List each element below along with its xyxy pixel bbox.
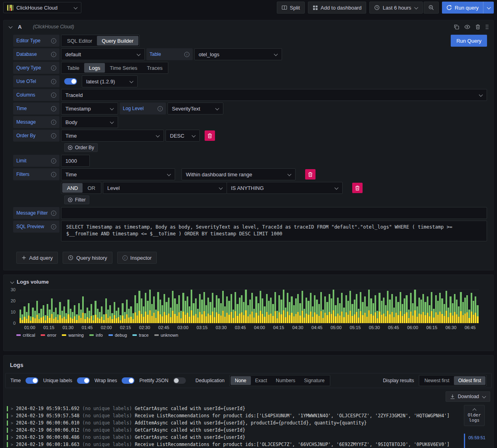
table-select[interactable]: otel_logs — [194, 48, 282, 60]
otel-version-select[interactable]: latest (1.2.9) — [82, 75, 138, 87]
older-logs-button[interactable]: Older logs — [464, 405, 485, 426]
legend-item[interactable]: error — [41, 333, 56, 337]
expand-log-arrow-icon[interactable]: > — [11, 442, 13, 447]
run-query-caret[interactable] — [483, 2, 494, 14]
prettify-json-toggle[interactable] — [173, 377, 186, 384]
legend-item[interactable]: warning — [62, 333, 84, 337]
query-type-table[interactable]: Table — [62, 63, 84, 73]
delete-filter-button[interactable] — [305, 169, 316, 180]
volume-bar — [126, 300, 128, 323]
download-button[interactable]: Download — [446, 391, 490, 402]
info-icon[interactable] — [51, 211, 56, 216]
oldest-first-option[interactable]: Oldest first — [454, 376, 485, 385]
order-by-field-select[interactable]: Time — [61, 130, 164, 142]
log-row[interactable]: >2024-02-19 06:00:18.663(no unique label… — [5, 441, 492, 448]
legend-item[interactable]: critical — [16, 333, 35, 337]
info-icon[interactable] — [51, 120, 56, 125]
query-builder-option[interactable]: Query Builder — [97, 36, 138, 45]
delete-query-trash-icon[interactable] — [475, 24, 480, 30]
query-type-time-series[interactable]: Time Series — [105, 63, 142, 73]
message-label: Message — [13, 116, 59, 128]
volume-bar — [111, 313, 113, 323]
expand-log-arrow-icon[interactable]: > — [11, 428, 13, 432]
dedup-signature[interactable]: Signature — [300, 376, 329, 385]
dedup-numbers[interactable]: Numbers — [272, 376, 300, 385]
volume-bar — [166, 302, 167, 323]
time-column-select[interactable]: Timestamp — [61, 103, 118, 114]
and-option[interactable]: AND — [62, 183, 83, 193]
time-range-picker[interactable]: Last 6 hours — [369, 2, 423, 14]
log-navigation-timestamp[interactable]: 05:59:51 — [464, 434, 486, 448]
legend-item[interactable]: trace — [132, 333, 148, 337]
unique-labels-toggle[interactable] — [77, 377, 90, 384]
log-level-column-select[interactable]: SeverityText — [168, 103, 223, 114]
info-icon[interactable] — [51, 93, 56, 98]
info-icon[interactable] — [184, 52, 189, 57]
message-filter-input[interactable] — [61, 207, 487, 219]
info-icon[interactable] — [158, 106, 163, 111]
info-icon[interactable] — [51, 224, 56, 229]
filters-row: Filters Time Within dashboard time range — [13, 168, 487, 180]
info-icon[interactable] — [51, 106, 56, 111]
log-row[interactable]: >2024-02-19 05:59:51.692(no unique label… — [5, 405, 492, 412]
info-icon[interactable] — [51, 52, 56, 57]
split-button[interactable]: Split — [277, 2, 305, 14]
expand-log-arrow-icon[interactable]: > — [11, 435, 13, 440]
columns-multiselect[interactable]: TraceId — [61, 89, 487, 101]
log-row[interactable]: >2024-02-19 06:00:06.010(no unique label… — [5, 419, 492, 426]
dedup-exact[interactable]: Exact — [251, 376, 272, 385]
expand-log-arrow-icon[interactable]: > — [11, 414, 13, 418]
x-tick-label: 06:15 — [426, 325, 438, 330]
collapse-chevron-icon[interactable] — [10, 280, 14, 284]
drag-grip-icon[interactable] — [485, 24, 489, 30]
info-icon[interactable] — [51, 172, 56, 177]
legend-item[interactable]: unknown — [154, 333, 178, 337]
info-icon[interactable] — [51, 158, 56, 164]
newest-first-option[interactable]: Newest first — [420, 376, 454, 385]
hide-query-eye-icon[interactable] — [464, 25, 470, 29]
run-query-button[interactable]: Run query — [442, 2, 494, 14]
query-history-button[interactable]: Query history — [63, 252, 112, 264]
info-icon[interactable] — [51, 79, 56, 84]
sql-editor-option[interactable]: SQL Editor — [62, 36, 97, 45]
log-row[interactable]: >2024-02-19 05:59:57.548(no unique label… — [5, 412, 492, 419]
add-to-dashboard-button[interactable]: Add to dashboard — [308, 2, 367, 14]
query-type-logs[interactable]: Logs — [84, 63, 105, 73]
limit-input[interactable] — [61, 155, 90, 167]
log-row[interactable]: >2024-02-19 06:00:06.012(no unique label… — [5, 426, 492, 434]
add-order-by-button[interactable]: Order By — [64, 143, 98, 152]
delete-filter-condition-button[interactable] — [352, 183, 363, 193]
expand-log-arrow-icon[interactable]: > — [11, 407, 13, 411]
order-by-direction-select[interactable]: DESC — [166, 130, 200, 142]
query-type-traces[interactable]: Traces — [142, 63, 167, 73]
time-toggle[interactable] — [26, 377, 38, 384]
or-option[interactable]: OR — [83, 183, 100, 193]
filter-field-select[interactable]: Time — [61, 168, 175, 180]
wrap-lines-toggle[interactable] — [122, 377, 134, 384]
message-column-select[interactable]: Body — [61, 116, 118, 128]
legend-item[interactable]: info — [89, 333, 103, 337]
delete-orderby-button[interactable] — [205, 130, 215, 141]
use-otel-toggle[interactable] — [64, 78, 77, 85]
zoom-out-button[interactable] — [424, 2, 439, 14]
inspector-button[interactable]: Inspector — [117, 252, 157, 264]
expand-log-arrow-icon[interactable]: > — [11, 421, 13, 425]
info-icon[interactable] — [51, 65, 56, 71]
info-icon[interactable] — [51, 38, 56, 43]
database-select[interactable]: default — [61, 48, 145, 60]
dedup-none[interactable]: None — [231, 376, 251, 385]
info-icon[interactable] — [51, 133, 56, 138]
x-tick-label: 04:45 — [312, 325, 323, 330]
log-timestamp: 2024-02-19 06:00:08.486 — [16, 434, 79, 440]
collapse-chevron-icon[interactable] — [8, 25, 12, 29]
duplicate-query-icon[interactable] — [454, 24, 459, 30]
add-filter-button[interactable]: Filter — [64, 195, 89, 204]
add-query-button[interactable]: Add query — [16, 252, 58, 264]
run-query-panel-button[interactable]: Run Query — [451, 35, 487, 47]
filter-operator-select[interactable]: Within dashboard time range — [181, 168, 296, 180]
log-row[interactable]: >2024-02-19 06:00:08.486(no unique label… — [5, 434, 492, 441]
legend-item[interactable]: debug — [108, 333, 127, 337]
filter-condition-field-select[interactable]: Level — [103, 182, 227, 194]
datasource-picker[interactable]: ClickHouse Cloud — [3, 2, 81, 13]
filter-condition-op-select[interactable]: IS ANYTHING — [227, 182, 343, 194]
